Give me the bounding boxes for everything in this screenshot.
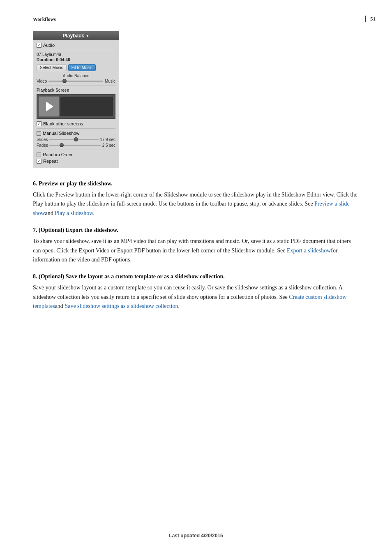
section-label: Workflows xyxy=(33,16,359,23)
dropdown-arrow-icon[interactable]: ▼ xyxy=(86,34,90,38)
step-6-number: 6. xyxy=(33,180,39,187)
page-container: 51 Workflows Playback ▼ Audio 07 Layla.m… xyxy=(0,0,392,555)
audio-label: Audio xyxy=(43,43,55,48)
playback-body: Audio 07 Layla.m4a Duration: 0:04:46 Sel… xyxy=(33,40,119,168)
step-7-title: (Optional) Export the slideshow. xyxy=(39,227,118,233)
audio-checkbox-label[interactable]: Audio xyxy=(37,43,55,48)
blank-screens-label[interactable]: Blank other screens xyxy=(37,121,83,126)
random-order-text: Random Order xyxy=(43,152,73,157)
content-section: 6. Preview or play the slideshow. Click … xyxy=(33,180,359,311)
step-6-text: Click the Preview button in the lower-ri… xyxy=(33,192,357,207)
preview-box xyxy=(37,94,115,119)
playback-screen-label: Playback Screen xyxy=(37,88,115,92)
step-8-between: and xyxy=(55,303,65,309)
step-7-body: To share your slideshow, save it as an M… xyxy=(33,237,359,264)
step-8-body: Save your slideshow layout as a custom t… xyxy=(33,283,359,311)
play-triangle-icon[interactable] xyxy=(46,102,53,111)
step-7-number: 7. xyxy=(33,227,39,233)
playback-title: Playback xyxy=(63,33,84,39)
fades-value: 2.5 sec xyxy=(102,143,115,148)
divider-1 xyxy=(37,50,115,50)
divider-4 xyxy=(37,150,115,150)
divider-2 xyxy=(37,86,115,86)
step-6-title: Preview or play the slideshow. xyxy=(39,180,113,187)
fades-track[interactable] xyxy=(49,145,101,146)
manual-slideshow-text: Manual Slideshow xyxy=(43,131,79,136)
video-label: Video xyxy=(37,79,47,83)
music-label-balance: Music xyxy=(105,79,115,83)
repeat-label[interactable]: Repeat xyxy=(37,159,58,164)
audio-row: Audio xyxy=(37,43,115,48)
step-8-title: (Optional) Save the layout as a custom t… xyxy=(39,273,225,280)
select-music-button[interactable]: Select Music xyxy=(37,64,67,71)
slides-slider-row: Slides 17.9 sec xyxy=(37,137,115,142)
repeat-row: Repeat xyxy=(37,159,115,164)
step-6-end: . xyxy=(93,210,95,216)
random-order-label[interactable]: Random Order xyxy=(37,152,73,157)
audio-balance-thumb[interactable] xyxy=(62,79,67,83)
step-8-number: 8. xyxy=(33,273,39,280)
manual-slideshow-row: Manual Slideshow xyxy=(37,131,115,136)
random-order-checkbox[interactable] xyxy=(37,153,41,157)
step-6-heading: 6. Preview or play the slideshow. xyxy=(33,180,359,187)
audio-balance-track[interactable] xyxy=(48,81,103,82)
slides-value: 17.9 sec xyxy=(100,137,115,142)
music-file: 07 Layla.m4a xyxy=(37,52,115,57)
slides-thumb[interactable] xyxy=(74,137,78,141)
manual-slideshow-label[interactable]: Manual Slideshow xyxy=(37,131,79,136)
random-order-row: Random Order xyxy=(37,152,115,157)
slides-label: Slides xyxy=(37,137,48,142)
step-6-link2[interactable]: Play a slideshow xyxy=(55,210,93,216)
blank-screens-checkbox[interactable] xyxy=(37,121,42,126)
playback-panel: Playback ▼ Audio 07 Layla.m4a Duration: … xyxy=(33,31,119,168)
music-buttons-row: Select Music Fit to Music xyxy=(37,64,115,71)
audio-balance-slider-row: Video Music xyxy=(37,79,115,83)
step-7-heading: 7. (Optional) Export the slideshow. xyxy=(33,227,359,234)
audio-balance-label: Audio Balance xyxy=(37,74,115,78)
playback-header: Playback ▼ xyxy=(33,31,119,40)
slides-track[interactable] xyxy=(49,139,99,140)
step-6-between: and xyxy=(45,210,55,216)
step-8-end: . xyxy=(178,303,180,309)
music-duration: Duration: 0:04:46 xyxy=(37,58,115,62)
blank-screens-text: Blank other screens xyxy=(43,121,83,126)
manual-slideshow-checkbox[interactable] xyxy=(37,131,41,136)
fades-slider-row: Fades 2.5 sec xyxy=(37,143,115,148)
step-6-body: Click the Preview button in the lower-ri… xyxy=(33,190,359,218)
repeat-checkbox[interactable] xyxy=(37,159,42,164)
preview-inner xyxy=(39,96,59,117)
fit-to-music-button[interactable]: Fit to Music xyxy=(68,64,96,71)
step-8-link2[interactable]: Save slideshow settings as a slideshow c… xyxy=(65,303,178,309)
divider-3 xyxy=(37,128,115,129)
footer: Last updated 4/20/2015 xyxy=(0,533,392,539)
audio-checkbox[interactable] xyxy=(37,43,42,48)
step-7-link1[interactable]: Export a slideshow xyxy=(287,247,331,254)
fades-thumb[interactable] xyxy=(60,143,64,147)
repeat-text: Repeat xyxy=(43,159,58,164)
page-number: 51 xyxy=(365,16,376,22)
step-8-heading: 8. (Optional) Save the layout as a custo… xyxy=(33,273,359,280)
fades-label: Fades xyxy=(37,143,48,148)
blank-screens-row: Blank other screens xyxy=(37,121,115,126)
preview-dark-area xyxy=(60,96,113,117)
